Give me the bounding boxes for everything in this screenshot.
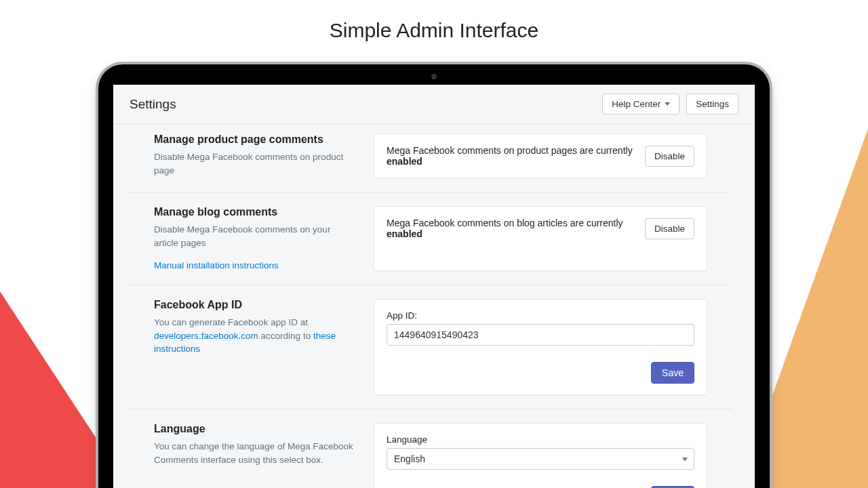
section-title: Facebook App ID	[154, 299, 357, 311]
disable-blog-button[interactable]: Disable	[645, 218, 694, 239]
chevron-down-icon	[665, 102, 670, 106]
section-app-id: Facebook App ID You can generate Faceboo…	[130, 285, 732, 409]
section-desc: Disable Mega Facebook comments on produc…	[154, 150, 357, 177]
manual-install-link[interactable]: Manual installation instructions	[154, 260, 279, 270]
section-desc: You can change the language of Mega Face…	[154, 440, 357, 466]
section-product-comments: Manage product page comments Disable Meg…	[130, 120, 732, 192]
app-screen: Settings Help Center Settings Manage pro…	[113, 85, 755, 488]
developers-link[interactable]: developers.facebook.com	[154, 331, 258, 341]
app-id-label: App ID:	[387, 310, 694, 321]
language-label: Language	[387, 434, 694, 445]
settings-button[interactable]: Settings	[686, 94, 738, 115]
language-select[interactable]: English	[387, 448, 694, 470]
section-title: Manage blog comments	[154, 206, 357, 218]
topbar: Settings Help Center Settings	[113, 85, 755, 124]
app-id-input[interactable]	[387, 324, 694, 346]
laptop-frame: Settings Help Center Settings Manage pro…	[98, 64, 770, 488]
camera-dot	[431, 74, 437, 79]
help-center-button[interactable]: Help Center	[602, 94, 679, 115]
save-app-id-button[interactable]: Save	[651, 362, 694, 384]
disable-product-button[interactable]: Disable	[645, 146, 694, 167]
settings-label: Settings	[696, 99, 729, 109]
help-center-label: Help Center	[612, 99, 660, 109]
product-status-text: Mega Facebook comments on product pages …	[387, 145, 637, 167]
blog-status-text: Mega Facebook comments on blog articles …	[387, 218, 637, 239]
section-blog-comments: Manage blog comments Disable Mega Facebo…	[130, 192, 732, 285]
section-language: Language You can change the language of …	[130, 409, 732, 488]
section-desc: Disable Mega Facebook comments on your a…	[154, 223, 357, 249]
section-title: Language	[154, 423, 357, 435]
section-desc: You can generate Facebook app ID at deve…	[154, 316, 357, 356]
content-scroll[interactable]: Manage product page comments Disable Meg…	[113, 120, 748, 488]
page-title: Settings	[130, 97, 176, 112]
topbar-actions: Help Center Settings	[602, 94, 738, 115]
section-title: Manage product page comments	[154, 134, 357, 146]
page-heading: Simple Admin Interface	[0, 19, 868, 42]
